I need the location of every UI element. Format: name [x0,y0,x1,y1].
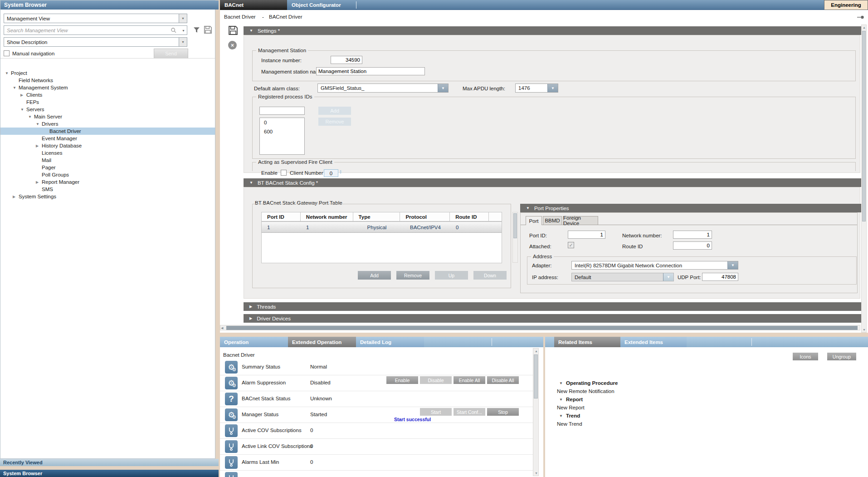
chevron-down-icon[interactable]: ▼ [559,398,566,402]
down-button[interactable]: Down [473,271,507,280]
client-number-spinner[interactable]: 0 [324,169,338,177]
recently-viewed-bar[interactable]: Recently Viewed [0,459,219,466]
save-search-icon[interactable] [204,25,212,34]
driver-devices-section-header[interactable]: ▶ Driver Devices [244,314,866,323]
port-tab-bbmd[interactable]: BBMD [543,216,562,225]
related-group-operating-procedure[interactable]: ▼Operating Procedure [545,379,863,387]
tree-item-clients[interactable]: ▶Clients [0,91,215,98]
chevron-right-icon[interactable]: ▶ [249,305,252,309]
udp-port-field[interactable] [702,273,738,281]
chevron-down-icon[interactable]: ▼ [559,381,566,385]
tab-related-items[interactable]: Related Items [554,337,620,347]
route-id-field[interactable] [673,241,712,250]
scroll-down-icon[interactable]: ▼ [863,328,866,331]
tree-item-history-database[interactable]: ▶History Database [0,142,215,149]
vertical-scrollbar-thumb[interactable] [862,31,866,221]
chevron-down-icon[interactable]: ▼ [559,414,566,418]
gateway-port-table[interactable]: Port IDNetwork numberTypeProtocolRoute I… [261,212,502,263]
start-conf-button[interactable]: Start Conf... [454,408,485,416]
threads-section-header[interactable]: ▶ Threads [244,302,866,311]
chevron-down-icon[interactable]: ▼ [20,108,26,112]
tab-operation[interactable]: Operation [220,337,288,347]
default-alarm-class-combobox[interactable]: GMSField_Status_ ▼ [317,84,449,93]
column-header-port-id[interactable]: Port ID [262,212,301,221]
tab-object-configurator[interactable]: Object Configurator [287,0,361,10]
tree-item-bacnet-driver[interactable]: Bacnet Driver [0,128,215,135]
tab-detailed-log[interactable]: Detailed Log [356,337,424,347]
max-apdu-combobox[interactable]: 1476 ▼ [515,84,558,93]
scroll-up-icon[interactable]: ▲ [863,26,866,29]
up-button[interactable]: Up [435,271,468,280]
chevron-down-icon[interactable]: ▼ [179,14,187,23]
tab-bacnet[interactable]: BACnet [220,0,287,10]
chevron-right-icon[interactable]: ▶ [249,316,252,320]
chevron-down-icon[interactable]: ▼ [5,71,11,75]
icons-button[interactable]: Icons [793,353,818,360]
tree-item-licenses[interactable]: Licenses [0,149,215,157]
chevron-right-icon[interactable]: ▶ [13,195,19,199]
horizontal-scrollbar[interactable]: ◀ [220,325,860,330]
instance-number-field[interactable] [331,56,362,64]
remove-button[interactable]: Remove [396,271,429,280]
add-button[interactable]: Add [358,271,391,280]
related-group-trend[interactable]: ▼Trend [545,412,863,420]
process-id-remove-button[interactable]: Remove [318,118,351,126]
spinner-arrows-icon[interactable]: ▲▼ [339,170,342,174]
tree-item-project[interactable]: ▼Project [0,69,215,77]
station-name-field[interactable] [316,67,425,75]
port-id-field[interactable] [568,231,605,239]
chevron-down-icon[interactable]: ▼ [36,122,42,126]
process-id-listbox[interactable]: 0600 [259,118,305,155]
tab-extended-items[interactable]: Extended Items [620,337,687,347]
enable-all-button[interactable]: Enable All [454,376,485,384]
column-header-protocol[interactable]: Protocol [400,212,450,221]
table-row[interactable]: 11PhysicalBACnet/IPV40 [262,221,502,233]
tree-item-management-system[interactable]: ▼Management System [0,84,215,91]
chevron-down-icon[interactable]: ▼ [547,84,558,92]
horizontal-scrollbar-thumb[interactable] [226,326,858,330]
chevron-down-icon[interactable]: ▼ [249,181,253,185]
related-item-new-report[interactable]: New Report [545,403,863,412]
search-options-chevron-icon[interactable]: ▼ [182,29,185,32]
tree-item-field-networks[interactable]: Field Networks [0,77,215,84]
chevron-down-icon[interactable]: ▼ [727,261,738,269]
manual-navigation-checkbox[interactable] [4,50,10,56]
process-id-add-button[interactable]: Add [318,107,351,115]
start-button[interactable]: Start [420,408,452,416]
operation-scrollbar[interactable]: ▲ ▼ [533,348,539,476]
chevron-right-icon[interactable]: ▶ [36,180,42,184]
process-id-item[interactable]: 600 [264,129,304,138]
adapter-combobox[interactable]: Intel(R) 82578DM Gigabit Network Connect… [571,261,738,270]
search-icon[interactable] [171,27,177,34]
fire-client-enable-checkbox[interactable] [281,170,287,176]
save-button[interactable] [228,25,238,35]
tree-item-sms[interactable]: SMS [0,186,215,193]
chevron-down-icon[interactable]: ▼ [249,29,253,33]
chevron-down-icon[interactable]: ▼ [28,115,34,119]
tree-item-feps[interactable]: FEPs [0,98,215,106]
tree-item-system-settings[interactable]: ▶System Settings [0,193,215,200]
chevron-down-icon[interactable]: ▼ [438,84,448,92]
settings-section-header[interactable]: ▼ Settings * [244,26,866,35]
vertical-scrollbar[interactable]: ▲ ▼ [861,25,867,333]
chevron-down-icon[interactable]: ▼ [13,86,19,90]
tree-item-report-manager[interactable]: ▶Report Manager [0,178,215,186]
tree-item-pager[interactable]: Pager [0,164,215,171]
column-header-network-number[interactable]: Network number [301,212,353,221]
tree-item-main-server[interactable]: ▼Main Server [0,113,215,120]
port-properties-header[interactable]: ▼ Port Properties [520,204,863,212]
breadcrumb-primary[interactable]: Bacnet Driver [224,14,256,20]
chevron-right-icon[interactable]: ▶ [36,144,42,148]
scroll-up-icon[interactable]: ▲ [535,349,538,353]
chevron-right-icon[interactable]: ▶ [20,93,26,97]
scroll-down-icon[interactable]: ▼ [535,472,538,475]
column-header-route-id[interactable]: Route ID [450,212,489,221]
stack-config-section-header[interactable]: ▼ BT BACnet Stack Config * [244,178,866,187]
tree-item-drivers[interactable]: ▼Drivers [0,120,215,128]
tree-item-mail[interactable]: Mail [0,157,215,164]
chevron-down-icon[interactable]: ▼ [526,206,530,210]
disable-button[interactable]: Disable [420,376,452,384]
related-item-new-remote-notification[interactable]: New Remote Notification [545,387,863,395]
port-tab-port[interactable]: Port [526,216,542,225]
send-button[interactable]: Send [154,49,188,59]
